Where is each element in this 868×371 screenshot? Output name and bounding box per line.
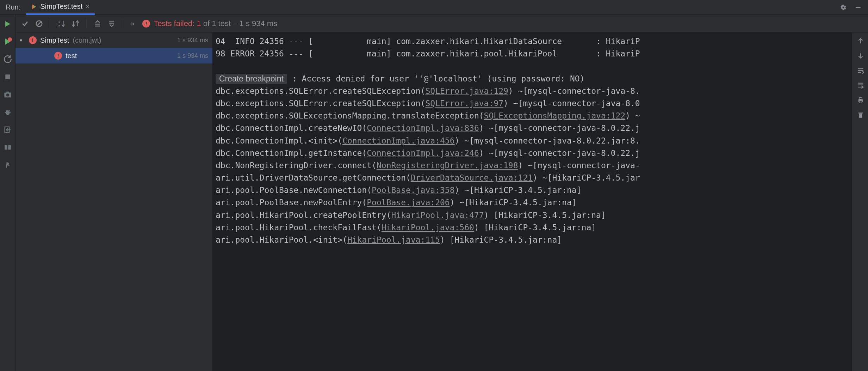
test-toolbar: az » ! xyxy=(16,15,868,32)
layout-icon[interactable] xyxy=(2,142,13,153)
expand-all-icon[interactable] xyxy=(92,18,104,30)
sort-duration-icon[interactable] xyxy=(69,18,81,30)
source-link[interactable]: HikariPool.java:477 xyxy=(391,211,484,220)
test-run-icon xyxy=(31,4,37,10)
source-link[interactable]: PoolBase.java:358 xyxy=(372,186,454,195)
source-link[interactable]: PoolBase.java:206 xyxy=(367,198,450,207)
source-link[interactable]: ConnectionImpl.java:456 xyxy=(342,136,455,145)
test-tree: ▾ ! SimpTest (com.jwt) 1 s 934 ms ! test… xyxy=(16,32,213,371)
tree-root-name: SimpTest xyxy=(40,36,69,44)
run-tab[interactable]: SimpTest.test ✕ xyxy=(26,0,95,15)
down-arrow-icon[interactable] xyxy=(856,51,866,61)
svg-line-13 xyxy=(6,110,7,111)
console-output[interactable]: 04 INFO 24356 --- [ main] com.zaxxer.hik… xyxy=(213,32,852,371)
rerun-icon[interactable] xyxy=(2,18,13,30)
rerun-failed-icon[interactable] xyxy=(2,36,13,47)
test-summary-rest: of 1 test – 1 s 934 ms xyxy=(201,19,277,28)
sort-alpha-icon[interactable]: az xyxy=(55,18,67,30)
source-link[interactable]: NonRegisteringDriver.java:198 xyxy=(377,161,518,170)
svg-rect-2 xyxy=(856,7,861,7)
left-toolbar xyxy=(0,15,16,371)
svg-rect-40 xyxy=(859,101,862,103)
svg-line-14 xyxy=(8,110,10,111)
chevron-down-icon[interactable]: ▾ xyxy=(20,37,25,43)
create-breakpoint-button[interactable]: Create breakpoint xyxy=(216,74,287,84)
show-passed-icon[interactable] xyxy=(19,18,31,30)
tree-root-row[interactable]: ▾ ! SimpTest (com.jwt) 1 s 934 ms xyxy=(16,32,212,48)
show-ignored-icon[interactable] xyxy=(33,18,45,30)
svg-marker-3 xyxy=(5,21,10,27)
pin-icon[interactable] xyxy=(2,159,13,171)
debug-icon[interactable] xyxy=(2,107,13,118)
svg-line-20 xyxy=(37,22,41,25)
svg-text:z: z xyxy=(58,24,60,27)
run-tab-label: SimpTest.test xyxy=(40,2,82,11)
run-header: Run: SimpTest.test ✕ xyxy=(0,0,868,15)
svg-point-5 xyxy=(8,37,12,42)
source-link[interactable]: HikariPool.java:560 xyxy=(382,223,474,232)
up-arrow-icon[interactable] xyxy=(856,36,866,46)
test-status: ! Tests failed: 1 of 1 test – 1 s 934 ms xyxy=(142,19,277,28)
error-icon: ! xyxy=(29,36,37,44)
settings-icon[interactable] xyxy=(838,2,848,12)
svg-rect-9 xyxy=(6,92,9,93)
tree-root-package: (com.jwt) xyxy=(73,36,101,44)
svg-rect-42 xyxy=(858,112,863,113)
exit-icon[interactable] xyxy=(2,124,13,135)
source-link[interactable]: ConnectionImpl.java:246 xyxy=(367,148,479,158)
console-toolbar xyxy=(852,32,868,371)
tree-child-name: test xyxy=(66,52,77,60)
svg-point-8 xyxy=(6,93,9,96)
svg-rect-17 xyxy=(5,145,7,150)
svg-rect-39 xyxy=(859,98,862,99)
scroll-to-end-icon[interactable] xyxy=(856,80,866,90)
source-link[interactable]: SQLError.java:129 xyxy=(425,86,508,96)
source-link[interactable]: ConnectionImpl.java:836 xyxy=(367,123,479,133)
print-icon[interactable] xyxy=(856,95,866,105)
source-link[interactable]: DriverDataSource.java:121 xyxy=(411,173,533,182)
collapse-all-icon[interactable] xyxy=(106,18,118,30)
clear-icon[interactable] xyxy=(856,110,866,120)
screenshot-icon[interactable] xyxy=(2,89,13,100)
chevron-right-icon[interactable]: » xyxy=(128,19,137,28)
tree-root-time: 1 s 934 ms xyxy=(177,37,208,44)
svg-rect-41 xyxy=(859,114,862,118)
source-link[interactable]: SQLError.java:97 xyxy=(425,99,503,108)
stop-icon[interactable] xyxy=(2,71,13,83)
error-icon: ! xyxy=(54,52,62,60)
minimize-icon[interactable] xyxy=(853,2,863,12)
fail-count-label: Tests failed: 1 xyxy=(154,19,201,28)
svg-text:a: a xyxy=(58,20,61,24)
source-link[interactable]: HikariPool.java:115 xyxy=(347,235,440,244)
toggle-auto-test-icon[interactable] xyxy=(2,54,13,65)
source-link[interactable]: SQLExceptionsMapping.java:122 xyxy=(484,111,626,120)
svg-rect-6 xyxy=(5,74,10,79)
close-icon[interactable]: ✕ xyxy=(85,3,90,10)
tree-child-row[interactable]: ! test 1 s 934 ms xyxy=(16,48,212,63)
run-label: Run: xyxy=(0,3,26,11)
soft-wrap-icon[interactable] xyxy=(856,66,866,75)
tree-child-time: 1 s 934 ms xyxy=(177,52,208,60)
svg-rect-18 xyxy=(8,145,11,150)
fail-badge-icon: ! xyxy=(142,20,150,28)
